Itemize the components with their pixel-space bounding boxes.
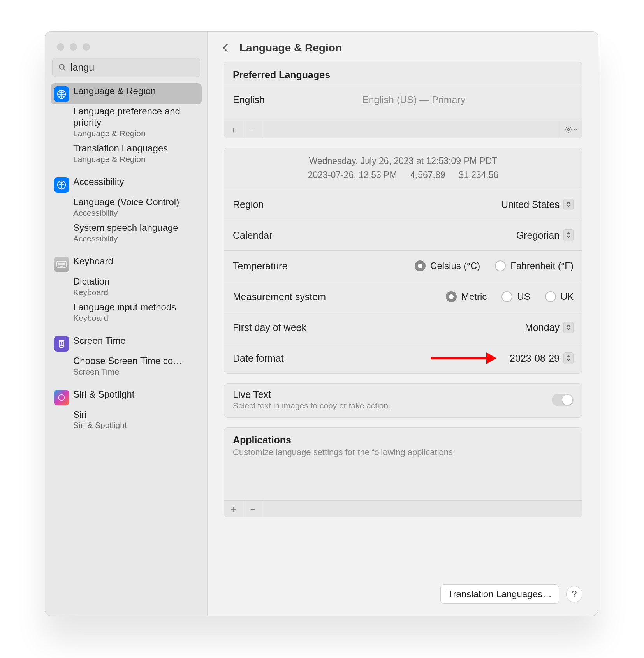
sidebar-item-dictation[interactable]: Dictation Keyboard — [51, 274, 202, 300]
measurement-metric-radio[interactable]: Metric — [446, 291, 487, 302]
applications-card: Applications Customize language settings… — [224, 427, 582, 517]
svg-point-13 — [59, 394, 65, 400]
temperature-fahrenheit-radio[interactable]: Fahrenheit (°F) — [495, 260, 574, 271]
svg-point-4 — [61, 182, 62, 183]
region-selector[interactable]: United States — [501, 199, 574, 210]
help-button[interactable]: ? — [566, 586, 582, 602]
updown-icon — [563, 322, 574, 333]
live-text-subtitle: Select text in images to copy or take ac… — [233, 401, 391, 410]
live-text-toggle[interactable] — [552, 394, 574, 406]
bottom-bar: Translation Languages… ? — [208, 583, 598, 616]
screentime-icon — [54, 336, 69, 352]
region-label: Region — [233, 199, 264, 210]
sidebar-item-system-speech-language[interactable]: System speech language Accessibility — [51, 221, 202, 246]
sidebar-item-input-methods[interactable]: Language input methods Keyboard — [51, 300, 202, 326]
updown-icon — [563, 352, 574, 364]
keyboard-icon — [54, 257, 69, 272]
temperature-celsius-radio[interactable]: Celsius (°C) — [415, 260, 480, 271]
sidebar-item-siri[interactable]: Siri Siri & Spotlight — [51, 408, 202, 433]
date-format-label: Date format — [233, 353, 284, 364]
preferred-language-name: English — [233, 94, 265, 106]
format-settings-card: Wednesday, July 26, 2023 at 12:53:09 PM … — [224, 148, 582, 374]
gear-icon — [565, 126, 572, 134]
translation-languages-button[interactable]: Translation Languages… — [440, 584, 559, 604]
applications-heading: Applications — [224, 428, 582, 447]
sidebar-item-language-preference[interactable]: Language preference and priority Languag… — [51, 104, 202, 141]
sidebar-item-label: Keyboard — [73, 256, 113, 267]
sidebar-item-label: Accessibility — [73, 176, 124, 188]
date-format-setting: Date format 2023-08-29 — [224, 343, 582, 373]
calendar-setting: Calendar Gregorian — [224, 220, 582, 251]
titlebar: Language & Region — [208, 32, 598, 62]
main-panel: Language & Region Preferred Languages En… — [208, 32, 598, 616]
remove-application-button[interactable]: － — [243, 501, 262, 517]
search-icon — [58, 63, 67, 72]
format-example: Wednesday, July 26, 2023 at 12:53:09 PM … — [224, 148, 582, 189]
remove-language-button[interactable]: － — [243, 121, 262, 138]
siri-icon — [54, 390, 69, 405]
preferred-language-row[interactable]: English English (US) — Primary — [224, 87, 582, 121]
sidebar-item-screen-time[interactable]: Screen Time — [51, 333, 202, 354]
temperature-label: Temperature — [233, 260, 287, 272]
minimize-window-icon[interactable] — [70, 43, 77, 51]
first-day-label: First day of week — [233, 322, 306, 333]
search-field[interactable] — [52, 58, 200, 77]
language-options-menu-button[interactable] — [560, 121, 582, 138]
sidebar-item-choose-screen-time[interactable]: Choose Screen Time co… Screen Time — [51, 354, 202, 380]
region-setting: Region United States — [224, 189, 582, 220]
temperature-setting: Temperature Celsius (°C) Fahrenheit (°F) — [224, 251, 582, 281]
measurement-label: Measurement system — [233, 291, 326, 303]
add-language-button[interactable]: ＋ — [224, 121, 243, 138]
globe-icon — [54, 86, 69, 102]
first-day-selector[interactable]: Monday — [525, 322, 574, 333]
first-day-setting: First day of week Monday — [224, 312, 582, 343]
close-window-icon[interactable] — [57, 43, 64, 51]
sidebar-item-keyboard[interactable]: Keyboard — [51, 253, 202, 274]
measurement-us-radio[interactable]: US — [501, 291, 530, 302]
measurement-setting: Measurement system Metric US UK — [224, 281, 582, 312]
back-button-icon[interactable] — [221, 43, 231, 53]
sidebar-item-label: Siri & Spotlight — [73, 389, 134, 400]
live-text-card: Live Text Select text in images to copy … — [224, 383, 582, 418]
add-application-button[interactable]: ＋ — [224, 501, 243, 517]
chevron-down-icon — [573, 127, 578, 132]
sidebar-item-label: Screen Time — [73, 335, 126, 347]
preferred-language-detail: English (US) — Primary — [362, 94, 465, 106]
sidebar-item-voice-control-language[interactable]: Language (Voice Control) Accessibility — [51, 195, 202, 221]
svg-line-1 — [63, 69, 65, 70]
search-results: Language & Region Language preference an… — [45, 82, 207, 435]
preferred-languages-heading: Preferred Languages — [224, 62, 582, 87]
sidebar: Language & Region Language preference an… — [45, 32, 208, 616]
sidebar-item-language-region[interactable]: Language & Region — [51, 83, 202, 104]
sidebar-item-label: Language & Region — [73, 86, 156, 97]
accessibility-icon — [54, 177, 69, 193]
search-input[interactable] — [67, 62, 194, 74]
calendar-label: Calendar — [233, 230, 272, 241]
sidebar-item-siri-spotlight[interactable]: Siri & Spotlight — [51, 387, 202, 408]
date-format-selector[interactable]: 2023-08-29 — [510, 352, 574, 364]
measurement-uk-radio[interactable]: UK — [545, 291, 574, 302]
sidebar-item-translation-languages[interactable]: Translation Languages Language & Region — [51, 141, 202, 167]
svg-point-14 — [568, 129, 570, 131]
page-title: Language & Region — [239, 42, 342, 54]
annotation-arrow-icon — [431, 352, 496, 364]
settings-window: Language & Region Language preference an… — [45, 31, 598, 616]
updown-icon — [563, 199, 574, 210]
sidebar-item-accessibility[interactable]: Accessibility — [51, 174, 202, 195]
live-text-title: Live Text — [233, 389, 391, 400]
preferred-languages-card: Preferred Languages English English (US)… — [224, 62, 582, 138]
traffic-lights — [45, 36, 207, 58]
applications-subtitle: Customize language settings for the foll… — [224, 447, 582, 500]
calendar-selector[interactable]: Gregorian — [516, 229, 574, 241]
updown-icon — [563, 229, 574, 241]
zoom-window-icon[interactable] — [83, 43, 90, 51]
